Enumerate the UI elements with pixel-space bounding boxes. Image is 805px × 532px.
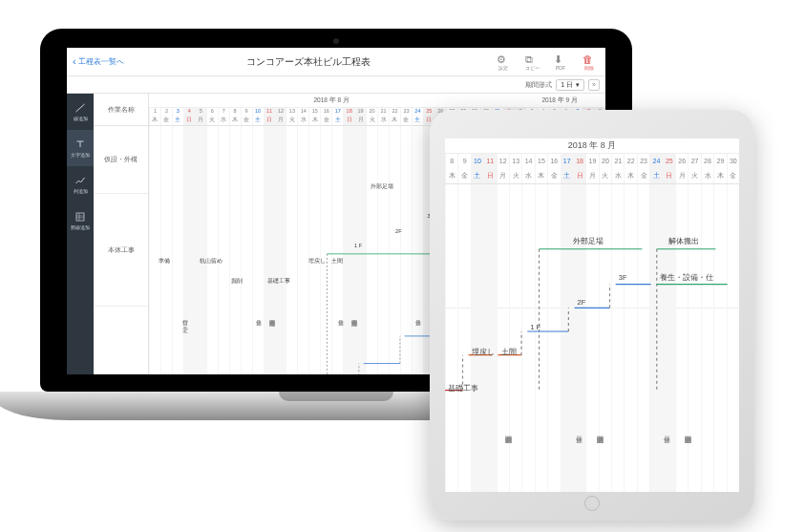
dow-cell: 土: [172, 117, 183, 125]
day-cell: 11: [483, 154, 496, 169]
dow-cell: 月: [195, 117, 206, 125]
subbar: 期間形式 1 日 ▾ »: [67, 76, 605, 94]
line-icon: [74, 102, 86, 114]
dow-cell: 金: [727, 168, 739, 183]
dow-cell: 土: [471, 168, 483, 183]
day-cell: 12: [497, 154, 509, 169]
dow-cell: 金: [241, 117, 252, 125]
pdf-button[interactable]: ⬇ PDF: [550, 53, 571, 71]
month-2: 2018 年 9 月: [514, 96, 605, 105]
month-row: 2018 年 8 月 2018 年 9 月: [149, 94, 605, 108]
dow-cell: 日: [573, 168, 585, 183]
page-title: コンコアーズ本社ビル工程表: [124, 55, 493, 69]
dow-cell: 火: [206, 117, 218, 125]
day-cell: 25: [423, 108, 434, 117]
period-select[interactable]: 1 日 ▾: [556, 79, 584, 91]
dow-cell: 日: [663, 168, 675, 183]
task-label: 基礎工事: [448, 384, 478, 394]
day-cell: 13: [509, 154, 521, 169]
row-label: 仮設・外構: [94, 126, 148, 194]
tablet-day-row: 8910111213141516171819202122232425262728…: [445, 154, 739, 169]
dow-cell: 水: [611, 168, 624, 183]
task-label: 埋戻し: [472, 348, 495, 357]
row-labels: 仮設・外構 本体工事: [94, 126, 149, 374]
dow-cell: 金: [637, 168, 649, 183]
day-cell: 10: [252, 108, 264, 117]
dow-cell: 木: [149, 117, 160, 125]
tool-label: 列追加: [74, 188, 88, 194]
back-button[interactable]: ‹ 工程表一覧へ: [73, 56, 124, 67]
text-icon: [74, 138, 86, 150]
task-label: 準備: [159, 258, 170, 265]
dow-cell: 日: [183, 117, 195, 125]
dow-cell: 火: [509, 168, 521, 183]
dow-cell: 月: [497, 168, 509, 183]
tablet-gantt[interactable]: 外部足場解体搬出基礎工事埋戻し土間1 F2F3F養生・設備・仕 週間定例会議全休…: [445, 184, 739, 492]
dow-cell: 日: [343, 117, 354, 125]
task-label: 解体搬出: [668, 237, 699, 246]
day-cell: 8: [445, 154, 457, 169]
task-label: 1 F: [530, 323, 540, 331]
copy-label: コピー: [525, 65, 540, 71]
laptop-camera: [333, 38, 339, 44]
tool-label: 線追加: [74, 116, 88, 121]
day-cell: 21: [611, 154, 624, 169]
copy-icon: ⧉: [525, 53, 539, 65]
dow-cell: 土: [331, 117, 343, 125]
dow-cell: 金: [400, 117, 412, 125]
day-cell: 22: [389, 108, 400, 117]
tool-add-line[interactable]: 線追加: [67, 94, 94, 130]
day-cell: 19: [354, 108, 366, 117]
day-cell: 10: [471, 154, 483, 169]
dow-cell: 木: [308, 117, 320, 125]
dow-cell: 金: [547, 168, 560, 183]
tool-add-column[interactable]: 列追加: [67, 166, 94, 202]
task-label: 2F: [395, 228, 401, 234]
dow-cell: 日: [264, 117, 275, 125]
day-cell: 2: [160, 108, 172, 117]
dow-cell: 月: [675, 168, 688, 183]
tool-label: 文字追加: [71, 152, 90, 158]
task-label: 3F: [619, 273, 627, 282]
tablet-home-button[interactable]: [584, 496, 600, 511]
day-cell: 8: [229, 108, 241, 117]
task-label: 1 F: [354, 243, 362, 248]
tablet-screen: 2018 年 8 月 89101112131415161718192021222…: [445, 138, 739, 492]
row-label: [94, 307, 148, 374]
expand-button[interactable]: »: [588, 79, 600, 91]
copy-button[interactable]: ⧉ コピー: [521, 53, 542, 71]
period-label: 期間形式: [525, 80, 552, 90]
settings-label: 設定: [498, 65, 508, 71]
task-label: 土間: [501, 348, 517, 357]
tool-add-text[interactable]: 文字追加: [67, 130, 94, 166]
svg-rect-0: [76, 213, 84, 221]
settings-button[interactable]: ⚙ 設定: [493, 53, 514, 71]
dow-cell: 木: [713, 168, 726, 183]
dow-cell: 水: [218, 117, 229, 125]
day-cell: 3: [172, 108, 183, 117]
ruler-icon: [74, 211, 86, 223]
dow-cell: 金: [160, 117, 172, 125]
day-cell: 28: [701, 154, 713, 169]
dow-cell: 日: [483, 168, 496, 183]
day-cell: 27: [688, 154, 700, 169]
dow-cell: 月: [585, 168, 598, 183]
tool-add-ruler[interactable]: 罫線追加: [67, 202, 94, 239]
delete-button[interactable]: 🗑 削除: [579, 53, 600, 71]
laptop-notch: [279, 392, 393, 401]
task-label: 外部足場: [371, 183, 393, 190]
day-cell: 11: [264, 108, 275, 117]
dow-cell: 土: [649, 168, 662, 183]
dow-cell: 金: [457, 168, 470, 183]
dow-cell: 水: [297, 117, 308, 125]
task-label: 杭山留め: [200, 258, 222, 265]
task-label: 基礎工事: [267, 278, 290, 285]
chevron-down-icon: ▾: [576, 81, 580, 89]
back-label: 工程表一覧へ: [78, 56, 124, 67]
download-icon: ⬇: [554, 53, 567, 65]
tablet-calendar-header: 2018 年 8 月 89101112131415161718192021222…: [445, 138, 739, 184]
day-cell: 12: [274, 108, 286, 117]
month-1: 2018 年 8 月: [149, 96, 514, 105]
dow-cell: 月: [354, 117, 366, 125]
day-cell: 24: [412, 108, 423, 117]
